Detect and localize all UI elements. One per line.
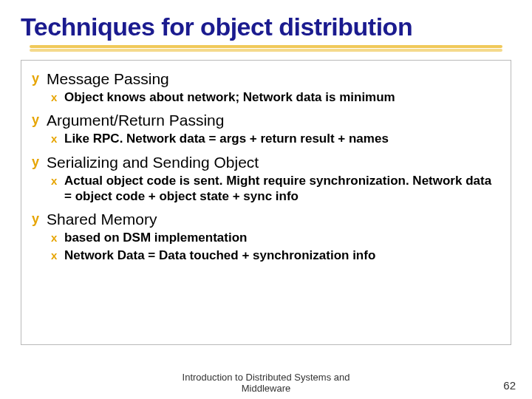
title-underline — [21, 45, 511, 52]
list-item: y Shared Memory — [32, 210, 502, 228]
bullet-x-icon: x — [51, 249, 64, 263]
footer-line-1: Introduction to Distributed Systems and — [0, 372, 532, 383]
list-item-label: Message Passing — [47, 69, 169, 88]
bullet-y-icon: y — [32, 71, 47, 87]
list-item: y Message Passing — [32, 69, 502, 88]
slide-title: Techniques for object distribution — [21, 13, 511, 41]
list-subitem: x Like RPC. Network data = args + return… — [51, 131, 502, 146]
list-item: y Serializing and Sending Object — [32, 153, 502, 171]
list-subitem-label: Actual object code is sent. Might requir… — [64, 173, 502, 205]
list-item-label: Argument/Return Passing — [47, 111, 224, 129]
list-subitem-label: Network Data = Data touched + synchroniz… — [64, 248, 375, 263]
bullet-x-icon: x — [51, 231, 64, 245]
list-item-label: Serializing and Sending Object — [47, 153, 259, 171]
bullet-y-icon: y — [32, 112, 47, 129]
bullet-x-icon: x — [51, 132, 64, 146]
list-item-label: Shared Memory — [47, 210, 157, 228]
list-subitem: x Actual object code is sent. Might requ… — [51, 173, 502, 205]
list-subitem: x Object knows about network; Network da… — [51, 89, 502, 105]
bullet-x-icon: x — [51, 174, 64, 188]
bullet-x-icon: x — [51, 91, 64, 105]
content-box: y Message Passing x Object knows about n… — [21, 60, 511, 345]
bullet-y-icon: y — [32, 211, 47, 228]
footer-line-2: Middleware — [0, 383, 532, 395]
slide: Techniques for object distribution y Mes… — [0, 0, 532, 399]
list-subitem: x Network Data = Data touched + synchron… — [51, 248, 502, 263]
list-subitem-label: Object knows about network; Network data… — [64, 89, 395, 105]
page-number: 62 — [503, 379, 516, 392]
footer: Introduction to Distributed Systems and … — [0, 372, 532, 395]
bullet-y-icon: y — [32, 154, 47, 171]
list-item: y Argument/Return Passing — [32, 111, 502, 129]
list-subitem-label: based on DSM implementation — [64, 230, 247, 245]
list-subitem: x based on DSM implementation — [51, 230, 502, 245]
list-subitem-label: Like RPC. Network data = args + return r… — [64, 131, 389, 146]
